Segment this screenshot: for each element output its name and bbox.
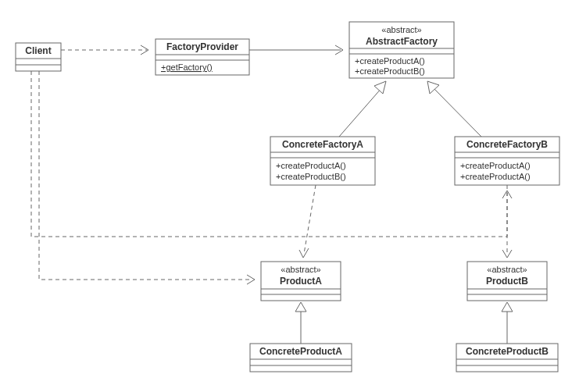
svg-line-29 [339, 87, 382, 137]
product-a-name: ProductA [280, 276, 322, 287]
abstract-factory-name: AbstractFactory [366, 36, 438, 47]
class-client-name: Client [25, 45, 51, 56]
class-abstract-factory: «abstract» AbstractFactory +createProduc… [349, 22, 454, 78]
abstract-factory-method-0: +createProductA() [355, 56, 425, 66]
rel-client-producta [39, 71, 255, 284]
product-b-name: ProductB [486, 276, 528, 287]
class-product-b: «abstract» ProductB [467, 262, 547, 301]
svg-marker-38 [502, 302, 513, 312]
concrete-factory-b-name: ConcreteFactoryB [466, 139, 548, 150]
concrete-factory-a-method-0: +createProductA() [276, 161, 346, 170]
rel-client-factoryprovider [61, 45, 148, 55]
concrete-factory-a-method-1: +createProductB() [276, 172, 346, 181]
class-factory-provider: FactoryProvider +getFactory() [155, 39, 249, 75]
class-concrete-factory-a: ConcreteFactoryA +createProductA() +crea… [270, 137, 375, 185]
svg-marker-30 [374, 81, 386, 94]
class-client: Client [16, 43, 61, 71]
concrete-product-b-name: ConcreteProductB [466, 346, 549, 357]
class-concrete-product-b: ConcreteProductB [456, 344, 558, 372]
svg-line-33 [304, 185, 316, 254]
abstract-factory-stereotype: «abstract» [381, 25, 421, 34]
svg-line-31 [432, 87, 481, 137]
product-a-stereotype: «abstract» [281, 265, 320, 274]
rel-cfa-af [339, 81, 386, 137]
rel-cpb-pb [502, 302, 513, 344]
concrete-product-a-name: ConcreteProductA [259, 346, 342, 357]
class-product-a: «abstract» ProductA [261, 262, 341, 301]
product-b-stereotype: «abstract» [487, 265, 527, 274]
uml-diagram: Client FactoryProvider +getFactory() «ab… [0, 0, 579, 392]
factory-provider-method-0: +getFactory() [161, 62, 213, 72]
rel-factoryprovider-abstractfactory [249, 45, 343, 55]
svg-marker-36 [295, 302, 306, 312]
concrete-factory-b-method-0: +createProductA() [460, 161, 531, 170]
abstract-factory-method-1: +createProductB() [355, 66, 425, 76]
rel-cfa-producta [299, 185, 316, 258]
rel-cfb-af [427, 81, 481, 137]
concrete-factory-a-name: ConcreteFactoryA [282, 139, 363, 150]
class-factory-provider-name: FactoryProvider [166, 41, 238, 52]
class-concrete-factory-b: ConcreteFactoryB +createProductA() +crea… [455, 137, 559, 185]
class-concrete-product-a: ConcreteProductA [250, 344, 352, 372]
concrete-factory-b-method-1: +createProductA() [460, 172, 531, 181]
rel-cpa-pa [295, 302, 306, 344]
